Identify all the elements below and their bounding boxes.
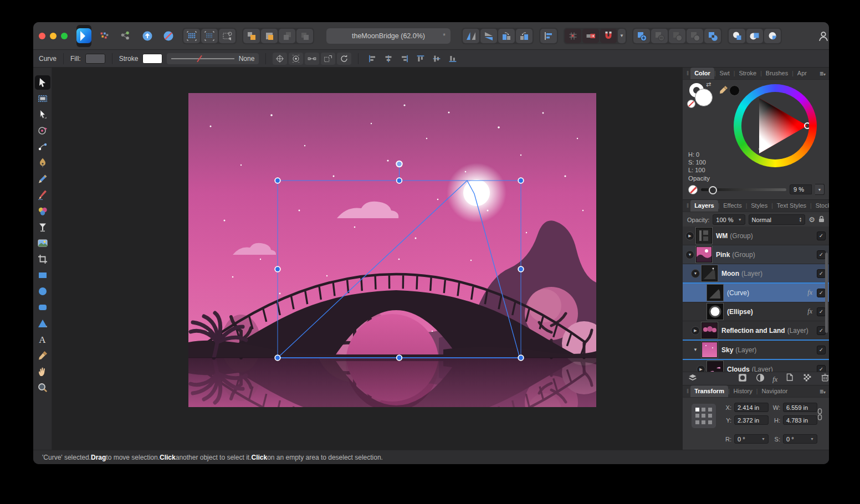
layers-tab-effects[interactable]: Effects: [719, 200, 745, 212]
layer-thumbnail[interactable]: [702, 342, 718, 358]
rotation-dropdown[interactable]: 0 °▼: [734, 434, 769, 444]
stroke-swatch[interactable]: [142, 54, 162, 64]
stroke-fill-selector[interactable]: ⇄: [689, 83, 717, 111]
layers-tab-stock[interactable]: Stock: [812, 200, 829, 212]
layer-visibility-checkbox[interactable]: ✓: [817, 232, 826, 240]
paint-tool[interactable]: [35, 204, 50, 218]
panel-grip-icon[interactable]: ‖: [687, 70, 689, 76]
layers-tab-text-styles[interactable]: Text Styles: [773, 200, 810, 212]
stroke-width-slider[interactable]: [171, 58, 234, 59]
opacity-slider[interactable]: [701, 188, 786, 191]
blend-options-gear-icon[interactable]: ⚙: [808, 215, 815, 224]
view-tool[interactable]: [35, 364, 50, 379]
ellipse-tool[interactable]: [35, 284, 50, 299]
transform-tab-navigator[interactable]: Navigator: [757, 385, 791, 397]
link-dimensions-icon[interactable]: [817, 408, 822, 423]
add-pixel-layer-icon[interactable]: [802, 372, 813, 385]
align-center-h-icon[interactable]: [381, 53, 396, 65]
designer-persona-button[interactable]: [76, 25, 91, 47]
layer-thumbnail[interactable]: [707, 304, 723, 320]
transform-separately-icon[interactable]: [321, 53, 335, 65]
layer-thumbnail[interactable]: [707, 361, 723, 373]
bool-subtract-icon[interactable]: [651, 29, 668, 43]
expand-arrow-icon[interactable]: ▶: [691, 326, 700, 335]
delete-layer-icon[interactable]: [820, 372, 829, 385]
zoom-window-button[interactable]: [61, 33, 68, 39]
layer-visibility-checkbox[interactable]: ✓: [817, 269, 826, 278]
opacity-slider-knob[interactable]: [709, 186, 717, 194]
color-tab-stroke[interactable]: Stroke: [735, 68, 760, 79]
opacity-dropdown[interactable]: ▼: [815, 184, 825, 195]
color-wheel[interactable]: [734, 84, 817, 167]
triangle-tool[interactable]: [35, 316, 50, 331]
color-tab-brushes[interactable]: Brushes: [762, 68, 792, 79]
collapse-arrow-icon[interactable]: ▼: [691, 269, 700, 278]
move-forward-icon[interactable]: [243, 29, 260, 43]
pixel-grid-icon[interactable]: [201, 29, 218, 43]
close-window-button[interactable]: [39, 33, 45, 39]
layer-visibility-checkbox[interactable]: ✓: [817, 250, 826, 259]
h-field[interactable]: 4.783 in: [783, 415, 817, 425]
layers-scrollbar[interactable]: [825, 253, 828, 333]
panel-menu-icon[interactable]: ≡▾: [820, 70, 827, 78]
transform-origin-icon[interactable]: [273, 53, 287, 65]
document-view[interactable]: [52, 68, 683, 450]
stroke-width-control[interactable]: None: [167, 53, 259, 64]
layer-row-reflection-and-land[interactable]: ▶Reflection and Land(Layer)✓: [683, 321, 829, 341]
layer-visibility-checkbox[interactable]: ✓: [817, 346, 826, 354]
grid-icon[interactable]: [183, 29, 200, 43]
align-top-icon[interactable]: [413, 53, 428, 65]
align-right-icon[interactable]: [397, 53, 412, 65]
layer-thumbnail[interactable]: [696, 228, 712, 244]
snap-magnet-icon[interactable]: [600, 29, 617, 43]
crop-tool[interactable]: [35, 252, 50, 266]
mask-layer-icon[interactable]: [737, 372, 748, 385]
rectangle-tool[interactable]: [35, 268, 50, 282]
layer-visibility-checkbox[interactable]: ✓: [817, 307, 826, 316]
cycle-rotate-icon[interactable]: [337, 53, 351, 65]
collapse-arrow-icon[interactable]: ▼: [693, 347, 698, 352]
layer-opacity-dropdown[interactable]: 100 %▼: [713, 214, 745, 225]
layer-row-sky[interactable]: ▼Sky(Layer)✓: [683, 341, 829, 360]
corner-tool[interactable]: [35, 140, 50, 154]
sl-marker[interactable]: [759, 147, 764, 152]
layer-thumbnail[interactable]: [702, 322, 718, 338]
zoom-tool[interactable]: [35, 380, 50, 395]
layer-row-curve[interactable]: (Curve)fx✓: [683, 284, 829, 302]
swap-colors-icon[interactable]: ⇄: [706, 81, 711, 88]
layer-thumbnail[interactable]: [707, 285, 723, 301]
colour-picker-icon[interactable]: [719, 85, 728, 96]
layer-row-moon[interactable]: ▼Moon(Layer)✓: [683, 264, 829, 284]
no-fill-badge[interactable]: [687, 100, 695, 108]
bool-xor-icon[interactable]: [704, 29, 721, 43]
badge-slash-icon[interactable]: [160, 29, 177, 43]
panel-grip-icon[interactable]: ‖: [687, 388, 689, 394]
move-tool[interactable]: [35, 75, 50, 90]
adjustment-layer-icon[interactable]: [755, 372, 766, 385]
rotate-ccw-icon[interactable]: [498, 29, 515, 43]
collapse-arrow-icon[interactable]: ▼: [685, 250, 694, 259]
layer-row-ellipse[interactable]: (Ellipse)fx✓: [683, 302, 829, 321]
colour-picker-tool[interactable]: [35, 348, 50, 363]
hide-selection-icon[interactable]: [289, 53, 303, 65]
node-tool[interactable]: [35, 107, 50, 122]
canvas-artwork[interactable]: [188, 93, 596, 407]
color-tab-color[interactable]: Color: [690, 68, 714, 79]
flip-h-icon[interactable]: [463, 29, 479, 43]
insert-inside-icon[interactable]: [746, 29, 763, 43]
account-icon[interactable]: [815, 29, 829, 43]
fill-color-circle[interactable]: [695, 89, 713, 106]
vector-brush-tool[interactable]: [35, 188, 50, 202]
text-tool[interactable]: A: [35, 332, 50, 347]
point-transform-tool[interactable]: [35, 124, 50, 138]
artboard-tool[interactable]: [35, 91, 50, 106]
place-image-tool[interactable]: [35, 236, 50, 250]
w-field[interactable]: 6.559 in: [783, 403, 817, 412]
layer-row-pink[interactable]: ▼Pink(Group)✓: [683, 245, 829, 264]
y-field[interactable]: 2.372 in: [734, 415, 769, 425]
layer-visibility-checkbox[interactable]: ✓: [817, 289, 826, 297]
align-bottom-icon[interactable]: [446, 53, 460, 65]
pixel-persona-icon[interactable]: [96, 29, 112, 43]
align-icon[interactable]: [540, 29, 557, 43]
edit-all-layers-icon[interactable]: [687, 372, 698, 385]
